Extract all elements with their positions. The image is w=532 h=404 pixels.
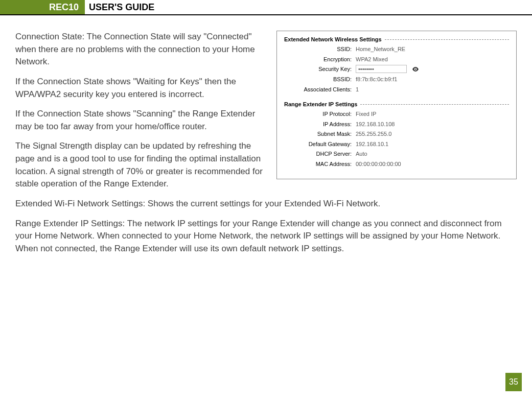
panel-section-wireless-title: Extended Network Wireless Settings [284,36,509,43]
label-ssid: SSID: [284,45,356,54]
eye-icon[interactable] [412,65,419,74]
row-ssid: SSID: Home_Network_RE [284,45,509,54]
page-number: 35 [505,373,522,391]
page-content: Extended Network Wireless Settings SSID:… [0,15,532,263]
row-subnet-mask: Subnet Mask: 255.255.255.0 [284,130,509,138]
product-badge: REC10 [46,0,85,14]
row-associated-clients: Associated Clients: 1 [284,85,509,94]
row-default-gateway: Default Gateway: 192.168.10.1 [284,140,509,149]
label-default-gateway: Default Gateway: [284,140,356,149]
value-bssid: f8:7b:8c:0c:b9:f1 [356,75,509,84]
paragraph-ip-settings: Range Extender IP Settings: The network … [15,218,517,255]
value-mac-address: 00:00:00:00:00:00 [356,160,509,169]
header-accent-bar [0,0,46,14]
label-encryption: Encryption: [284,55,356,64]
label-dhcp-server: DHCP Server: [284,150,356,158]
row-bssid: BSSID: f8:7b:8c:0c:b9:f1 [284,75,509,84]
row-encryption: Encryption: WPA2 Mixed [284,55,509,64]
label-mac-address: MAC Address: [284,160,356,169]
row-mac-address: MAC Address: 00:00:00:00:00:00 [284,160,509,169]
row-security-key: Security Key: [284,65,509,74]
label-ip-address: IP Address: [284,120,356,129]
paragraph-extended-wifi: Extended Wi-Fi Network Settings: Shows t… [15,198,517,210]
value-associated-clients: 1 [356,85,509,94]
label-associated-clients: Associated Clients: [284,85,356,94]
page-title: USER'S GUIDE [89,0,154,14]
svg-point-0 [415,68,416,69]
value-encryption: WPA2 Mixed [356,55,509,64]
label-security-key: Security Key: [284,65,356,74]
row-ip-protocol: IP Protocol: Fixed IP [284,110,509,118]
security-key-input[interactable] [356,65,407,73]
panel-section-ip-title: Range Extender IP Settings [284,101,509,108]
settings-screenshot-panel: Extended Network Wireless Settings SSID:… [276,31,517,179]
value-ssid: Home_Network_RE [356,45,509,54]
value-ip-protocol: Fixed IP [356,110,509,118]
value-dhcp-server: Auto [356,150,509,158]
label-ip-protocol: IP Protocol: [284,110,356,118]
value-security-key [356,65,509,74]
label-subnet-mask: Subnet Mask: [284,130,356,138]
value-subnet-mask: 255.255.255.0 [356,130,509,138]
row-dhcp-server: DHCP Server: Auto [284,150,509,158]
label-bssid: BSSID: [284,75,356,84]
page-header: REC10 USER'S GUIDE [0,0,532,15]
value-default-gateway: 192.168.10.1 [356,140,509,149]
value-ip-address: 192.168.10.108 [356,120,509,129]
row-ip-address: IP Address: 192.168.10.108 [284,120,509,129]
